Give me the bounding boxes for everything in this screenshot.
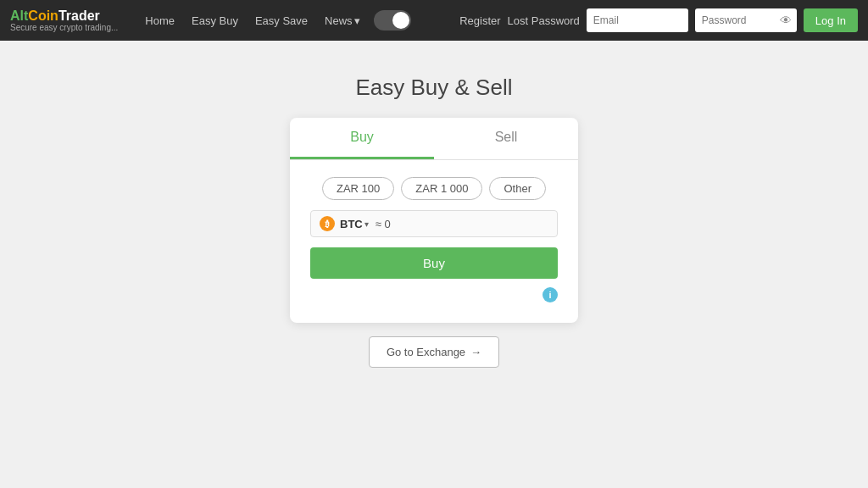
crypto-symbol: BTC	[340, 218, 363, 230]
nav-right: Register Lost Password 👁 Log In	[459, 8, 858, 32]
exchange-btn-label: Go to Exchange	[387, 346, 465, 358]
info-row: i	[310, 287, 558, 302]
card-tabs: Buy Sell	[290, 118, 578, 160]
brand-alt: Alt	[10, 8, 28, 23]
page-title: Easy Buy & Sell	[356, 75, 513, 101]
register-link[interactable]: Register	[459, 14, 500, 27]
nav-home[interactable]: Home	[138, 11, 181, 30]
nav-easy-buy[interactable]: Easy Buy	[185, 11, 245, 30]
nav-news-label: News	[325, 14, 353, 27]
btc-icon: ₿	[320, 216, 335, 231]
navbar: AltCoinTrader Secure easy crypto trading…	[0, 0, 868, 41]
tab-sell[interactable]: Sell	[434, 118, 578, 159]
login-button[interactable]: Log In	[804, 8, 858, 32]
chevron-down-icon: ▾	[354, 14, 360, 27]
crypto-selector[interactable]: ₿ BTC ▾ ≈ 0	[310, 210, 558, 237]
nav-easy-save[interactable]: Easy Save	[248, 11, 314, 30]
card-body: ZAR 100 ZAR 1 000 Other ₿ BTC ▾ ≈ 0 Buy …	[290, 160, 578, 323]
email-field[interactable]	[587, 8, 688, 32]
brand-name: AltCoinTrader	[10, 8, 118, 24]
amount-buttons: ZAR 100 ZAR 1 000 Other	[310, 177, 558, 200]
crypto-arrow-icon: ▾	[364, 219, 369, 229]
nav-links: Home Easy Buy Easy Save News ▾	[138, 10, 446, 30]
amount-zar100[interactable]: ZAR 100	[322, 177, 394, 200]
go-to-exchange-button[interactable]: Go to Exchange →	[369, 336, 499, 368]
amount-zar1000[interactable]: ZAR 1 000	[401, 177, 482, 200]
buy-button[interactable]: Buy	[310, 247, 558, 279]
toggle-knob	[392, 12, 409, 29]
brand-trader: Trader	[58, 8, 100, 23]
theme-toggle[interactable]	[374, 10, 411, 30]
lost-password-link[interactable]: Lost Password	[508, 14, 580, 27]
eye-icon[interactable]: 👁	[780, 14, 792, 27]
password-wrapper: 👁	[695, 8, 797, 32]
exchange-arrow-icon: →	[470, 346, 481, 358]
buy-sell-card: Buy Sell ZAR 100 ZAR 1 000 Other ₿ BTC ▾…	[290, 118, 578, 323]
tab-buy[interactable]: Buy	[290, 118, 434, 159]
brand-tagline: Secure easy crypto trading...	[10, 23, 118, 32]
info-icon[interactable]: i	[542, 287, 558, 302]
crypto-value: ≈ 0	[376, 218, 391, 230]
amount-other[interactable]: Other	[489, 177, 546, 200]
nav-news-dropdown[interactable]: News ▾	[318, 11, 367, 30]
brand-coin: Coin	[28, 8, 58, 23]
main-content: Easy Buy & Sell Buy Sell ZAR 100 ZAR 1 0…	[0, 41, 868, 385]
brand-logo: AltCoinTrader Secure easy crypto trading…	[10, 8, 118, 33]
